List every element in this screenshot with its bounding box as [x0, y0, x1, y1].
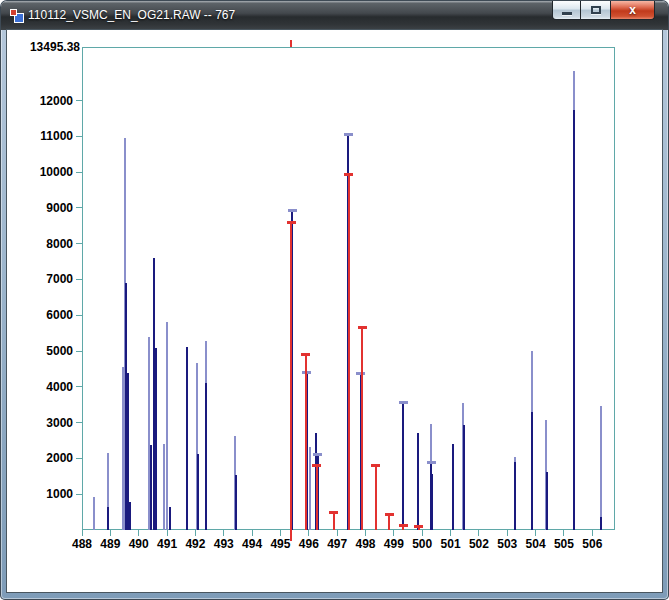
peak-line-spectrum-dark-blue — [197, 454, 199, 530]
peak-cap-matched-peaks-blue-capped — [344, 133, 353, 136]
peak-line-reference-peaks-red-capped — [333, 512, 335, 530]
y-axis-tick — [76, 279, 82, 280]
window-form-icon[interactable] — [10, 9, 25, 24]
x-axis-tick-label: 504 — [522, 537, 550, 551]
x-axis-tick — [308, 530, 309, 536]
x-axis-tick — [252, 530, 253, 536]
y-axis-tick-label: 1000 — [7, 487, 73, 501]
x-axis-tick — [138, 530, 139, 536]
y-axis-tick — [76, 422, 82, 423]
y-axis-tick-label: 6000 — [7, 308, 73, 322]
peak-cap-reference-peaks-red-capped — [312, 464, 321, 467]
y-axis-tick — [76, 207, 82, 208]
y-axis-tick-label: 9000 — [7, 201, 73, 215]
x-axis-tick — [563, 530, 564, 536]
peak-line-reference-peaks-red-capped — [388, 514, 390, 530]
x-axis-tick-label: 505 — [550, 537, 578, 551]
x-axis-tick-label: 501 — [437, 537, 465, 551]
x-axis-tick-label: 496 — [295, 537, 323, 551]
y-axis-tick — [76, 243, 82, 244]
x-axis-tick-label: 498 — [352, 537, 380, 551]
maximize-button[interactable] — [581, 1, 610, 20]
y-axis-tick-label: 12000 — [7, 94, 73, 108]
application-window: 110112_VSMC_EN_OG21.RAW -- 767 x 1000200… — [0, 0, 669, 600]
peak-line-reference-peaks-red-capped — [305, 354, 307, 530]
x-axis-tick-label: 490 — [125, 537, 153, 551]
y-axis-tick-label: 4000 — [7, 380, 73, 394]
x-axis-tick-label: 493 — [210, 537, 238, 551]
close-icon: x — [629, 4, 636, 16]
minimize-icon — [562, 12, 572, 15]
peak-line-spectrum-dark-blue — [452, 444, 454, 530]
peak-cap-reference-peaks-red-capped — [385, 513, 394, 516]
peak-line-spectrum-dark-blue — [150, 445, 152, 530]
peak-line-spectrum-dark-blue — [155, 348, 157, 530]
peak-line-spectrum-dark-blue — [531, 412, 533, 530]
x-axis-tick — [110, 530, 111, 536]
peak-line-spectrum-dark-blue — [600, 517, 602, 530]
window-controls: x — [552, 1, 655, 20]
x-axis-tick — [365, 530, 366, 536]
peak-cap-matched-peaks-blue-capped — [288, 209, 297, 212]
peak-line-spectrum-dark-blue — [186, 347, 188, 530]
peak-cap-reference-peaks-red-capped — [358, 326, 367, 329]
minimize-button[interactable] — [552, 1, 581, 20]
x-axis-tick — [592, 530, 593, 536]
x-axis-tick-label: 503 — [493, 537, 521, 551]
x-axis-tick-label: 506 — [578, 537, 606, 551]
peak-line-spectrum-dark-blue — [235, 475, 237, 530]
peak-line-spectrum-light-blue — [600, 406, 602, 530]
y-axis-tick — [76, 100, 82, 101]
peak-cap-reference-peaks-red-capped — [287, 221, 296, 224]
x-axis-tick — [337, 530, 338, 536]
x-axis-tick-label: 492 — [181, 537, 209, 551]
peak-cap-matched-peaks-blue-capped — [399, 401, 408, 404]
peak-line-spectrum-dark-blue — [169, 507, 171, 530]
peak-line-spectrum-dark-blue — [129, 502, 131, 530]
y-axis-tick — [76, 494, 82, 495]
peak-line-reference-peaks-red-capped — [290, 222, 292, 541]
x-axis-tick — [280, 530, 281, 536]
x-axis-tick — [450, 530, 451, 536]
peak-cap-reference-peaks-red-capped — [371, 464, 380, 467]
y-axis-tick — [76, 172, 82, 173]
spectrum-plot-area[interactable]: 1000200030004000500060007000800090001000… — [7, 30, 662, 592]
y-axis-tick-label: 8000 — [7, 237, 73, 251]
y-axis-tick-label: 10000 — [7, 165, 73, 179]
x-axis-tick-label: 494 — [238, 537, 266, 551]
x-axis-tick — [422, 530, 423, 536]
x-axis-tick-label: 489 — [96, 537, 124, 551]
x-axis-tick-label: 488 — [68, 537, 96, 551]
y-axis-tick — [76, 136, 82, 137]
peak-cap-reference-peaks-red-capped — [414, 525, 423, 528]
peak-line-reference-peaks-red-capped — [361, 327, 363, 530]
close-button[interactable]: x — [610, 1, 655, 20]
maximize-icon — [591, 6, 601, 14]
y-axis-tick-label: 7000 — [7, 272, 73, 286]
peak-line-spectrum-light-blue — [93, 497, 95, 530]
y-axis-max-label: 13495.38 — [7, 40, 80, 54]
x-axis-tick-label: 497 — [323, 537, 351, 551]
y-axis-tick-label: 2000 — [7, 451, 73, 465]
y-axis-tick — [76, 386, 82, 387]
peak-line-spectrum-light-blue — [309, 447, 311, 530]
x-axis-tick-label: 499 — [380, 537, 408, 551]
window-title: 110112_VSMC_EN_OG21.RAW -- 767 — [28, 8, 235, 22]
x-axis-tick — [82, 530, 83, 536]
peak-line-spectrum-light-blue — [163, 444, 165, 530]
x-axis-tick — [223, 530, 224, 536]
x-axis-tick — [195, 530, 196, 536]
peak-line-spectrum-dark-blue — [514, 462, 516, 530]
peak-line-spectrum-dark-blue — [107, 507, 109, 530]
peak-cap-reference-peaks-red-capped — [399, 524, 408, 527]
peak-cap-reference-peaks-red-capped — [301, 353, 310, 356]
y-axis-tick — [76, 351, 82, 352]
peak-line-reference-peaks-red-capped — [348, 174, 350, 530]
x-axis-tick — [167, 530, 168, 536]
peak-line-spectrum-dark-blue — [417, 433, 419, 530]
peak-line-spectrum-light-blue — [166, 322, 168, 530]
peak-line-matched-peaks-blue-capped — [402, 402, 404, 530]
peak-cap-reference-peaks-red-capped — [329, 511, 338, 514]
y-axis-tick-label: 5000 — [7, 344, 73, 358]
x-axis-tick-label: 502 — [465, 537, 493, 551]
